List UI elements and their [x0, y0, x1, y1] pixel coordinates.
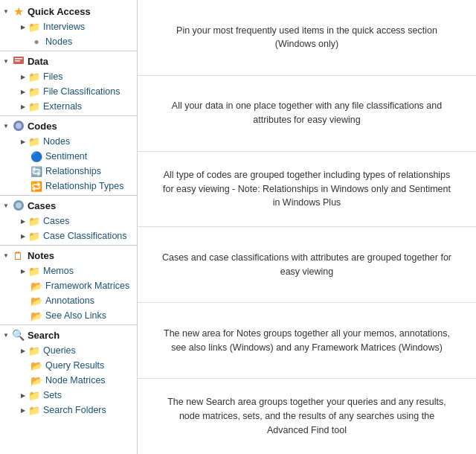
item-icon: 📁	[28, 86, 40, 97]
item-label: Interviews	[43, 22, 85, 32]
item-icon: 📁	[28, 404, 40, 416]
item-label: Nodes	[43, 136, 70, 147]
description-codes: All type of codes are grouped together i…	[138, 152, 476, 228]
section-arrow-cases	[3, 202, 9, 209]
item-arrow: ▶	[21, 233, 25, 240]
description-data: All your data in one place together with…	[138, 76, 476, 152]
item-icon: 📁	[28, 215, 40, 227]
tree-item-queries[interactable]: ▶ 📁 Queries	[0, 343, 137, 358]
item-icon: 📁	[28, 135, 40, 147]
tree-item-nodes[interactable]: ▶ 📁 Nodes	[0, 134, 137, 149]
item-arrow: ▶	[21, 392, 25, 399]
tree-item-framework-matrices[interactable]: 📂 Framework Matrices	[0, 278, 137, 293]
section-icon-data	[13, 55, 25, 67]
item-icon: 📁	[28, 100, 40, 112]
section-label-search: Search	[28, 330, 60, 341]
item-icon: 📂	[30, 295, 42, 307]
item-arrow: ▶	[21, 348, 25, 354]
section-header-cases[interactable]: Cases	[0, 197, 137, 214]
section-icon-notes: 🗒	[13, 249, 25, 261]
tree-item-case-classifications[interactable]: ▶ 📁 Case Classifications	[0, 228, 137, 243]
item-icon: 📂	[30, 359, 42, 371]
item-arrow: ▶	[21, 218, 25, 225]
section-arrow-quick-access	[3, 8, 9, 15]
tree-item-node-matrices[interactable]: 📂 Node Matrices	[0, 373, 137, 388]
tree-item-see-also-links[interactable]: 📂 See Also Links	[0, 308, 137, 323]
item-icon: 📁	[28, 21, 40, 33]
svg-point-4	[16, 123, 22, 129]
item-icon: 🔵	[30, 150, 42, 162]
description-quick-access: Pin your most frequently used items in t…	[138, 0, 476, 76]
svg-point-6	[16, 202, 22, 208]
item-label: Relationships	[45, 166, 101, 176]
divider-data	[0, 115, 137, 116]
item-label: Nodes	[45, 36, 72, 47]
item-arrow: ▶	[21, 103, 25, 110]
content-area: Pin your most frequently used items in t…	[138, 0, 476, 454]
tree-item-relationship-types[interactable]: 🔁 Relationship Types	[0, 179, 137, 194]
section-icon-cases	[13, 199, 25, 211]
section-header-notes[interactable]: 🗒 Notes	[0, 247, 137, 263]
description-search: The new Search area groups together your…	[138, 379, 476, 454]
item-label: Externals	[43, 101, 82, 112]
item-icon: 📂	[30, 310, 42, 322]
svg-rect-2	[15, 60, 20, 62]
item-label: Sentiment	[45, 151, 87, 162]
section-header-quick-access[interactable]: ★ Quick Access	[0, 3, 137, 19]
section-label-quick-access: Quick Access	[28, 6, 91, 17]
tree-item-interviews[interactable]: ▶ 📁 Interviews	[0, 19, 137, 34]
item-label: Framework Matrices	[45, 281, 129, 291]
item-label: Files	[43, 71, 62, 82]
tree-item-cases[interactable]: ▶ 📁 Cases	[0, 214, 137, 228]
section-arrow-search	[3, 332, 9, 339]
section-icon-codes	[13, 120, 25, 132]
divider-quick-access	[0, 51, 137, 51]
tree-item-file-classifications[interactable]: ▶ 📁 File Classifications	[0, 84, 137, 99]
section-header-data[interactable]: Data	[0, 53, 137, 69]
item-arrow: ▶	[21, 74, 25, 80]
item-label: Search Folders	[43, 405, 106, 415]
item-icon: 📁	[28, 230, 40, 242]
item-icon: 📂	[30, 374, 42, 386]
item-icon: 🔄	[30, 165, 42, 177]
tree-item-annotations[interactable]: 📂 Annotations	[0, 293, 137, 308]
item-icon: 📁	[28, 71, 40, 83]
tree-item-memos[interactable]: ▶ 📁 Memos	[0, 263, 137, 278]
tree-item-files[interactable]: ▶ 📁 Files	[0, 69, 137, 84]
item-label: Annotations	[45, 295, 94, 306]
tree-item-sentiment[interactable]: 🔵 Sentiment	[0, 149, 137, 164]
section-header-codes[interactable]: Codes	[0, 118, 137, 134]
tree-item-query-results[interactable]: 📂 Query Results	[0, 358, 137, 373]
section-arrow-notes	[3, 252, 9, 259]
tree-item-nodes[interactable]: ● Nodes	[0, 34, 137, 49]
tree-item-search-folders[interactable]: ▶ 📁 Search Folders	[0, 403, 137, 418]
section-label-codes: Codes	[28, 121, 57, 132]
section-icon-quick-access: ★	[13, 5, 25, 17]
divider-codes	[0, 195, 137, 196]
item-icon: 📂	[30, 280, 42, 292]
section-arrow-codes	[3, 123, 9, 130]
section-icon-search: 🔍	[13, 329, 25, 341]
item-icon: 📁	[28, 389, 40, 401]
item-label: Queries	[43, 345, 76, 356]
divider-notes	[0, 324, 137, 325]
item-icon: 🔁	[30, 180, 42, 192]
item-arrow: ▶	[21, 407, 25, 414]
tree-item-sets[interactable]: ▶ 📁 Sets	[0, 388, 137, 403]
item-arrow: ▶	[21, 268, 25, 275]
section-header-search[interactable]: 🔍 Search	[0, 327, 137, 343]
section-label-data: Data	[28, 56, 48, 67]
sidebar: ★ Quick Access ▶ 📁 Interviews ● Nodes Da…	[0, 0, 138, 454]
item-label: Case Classifications	[43, 231, 127, 241]
item-label: Cases	[43, 216, 69, 226]
tree-item-externals[interactable]: ▶ 📁 Externals	[0, 99, 137, 114]
section-label-notes: Notes	[28, 250, 54, 261]
section-label-cases: Cases	[28, 200, 56, 211]
item-arrow: ▶	[21, 89, 25, 95]
item-label: Relationship Types	[45, 181, 123, 191]
tree-item-relationships[interactable]: 🔄 Relationships	[0, 164, 137, 179]
item-label: Memos	[43, 266, 74, 276]
description-cases: Cases and case classifications with attr…	[138, 227, 476, 303]
item-label: File Classifications	[43, 86, 120, 97]
divider-cases	[0, 245, 137, 246]
